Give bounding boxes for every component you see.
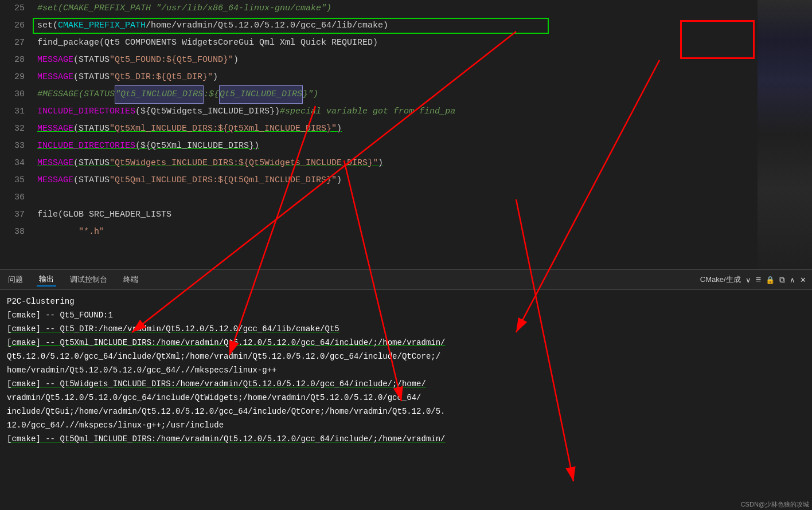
output-line-3: [cmake] -- Qt5_DIR:/home/vradmin/Qt5.12.… — [7, 322, 805, 336]
output-line-9: include/QtGui;/home/vradmin/Qt5.12.0/5.1… — [7, 405, 805, 418]
dropdown-icon[interactable]: ∨ — [745, 276, 751, 284]
code-line-32: MESSAGE(STATUS "Qt5Xml_INCLUDE_DIRS:${Qt… — [37, 120, 758, 138]
minimap[interactable] — [758, 0, 812, 269]
cmake-generate-label: CMake/生成 — [700, 274, 741, 285]
output-line-11: [cmake] -- Qt5Qml_INCLUDE_DIRS:/home/vra… — [7, 432, 805, 446]
copy-icon[interactable]: ⧉ — [779, 275, 785, 285]
code-line-27: find_package(Qt5 COMPONENTS Widgets Core… — [37, 34, 758, 52]
output-line-7: [cmake] -- Qt5Widgets_INCLUDE_DIRS:/home… — [7, 377, 805, 391]
code-line-29: MESSAGE(STATUS "Qt5_DIR:${Qt5_DIR}") — [37, 69, 758, 86]
line-numbers: 25 26 27 28 29 30 31 32 33 34 35 36 37 3… — [0, 0, 32, 269]
output-line-10: 12.0/gcc_64/.//mkspecs/linux-g++;/usr/in… — [7, 418, 805, 432]
close-icon[interactable]: ✕ — [800, 276, 806, 284]
output-line-5: Qt5.12.0/5.12.0/gcc_64/include/QtXml;/ho… — [7, 350, 805, 363]
code-line-30: #MESSAGE(STATUS "Qt5_INCLUDE_DIRS:${Qt5_… — [37, 86, 758, 103]
code-line-38: "*.h" — [37, 223, 758, 241]
terminal-area: 问题 输出 调试控制台 终端 CMake/生成 ∨ ≡ 🔒 ⧉ ∧ ✕ P2C-… — [0, 269, 812, 510]
code-line-36 — [37, 189, 758, 206]
tab-terminal[interactable]: 终端 — [121, 273, 140, 286]
code-line-34: MESSAGE(STATUS "Qt5Widgets_INCLUDE_DIRS:… — [37, 155, 758, 172]
expand-icon[interactable]: ∧ — [790, 276, 795, 284]
output-line-6: home/vradmin/Qt5.12.0/5.12.0/gcc_64/.//m… — [7, 363, 805, 377]
output-line-8: vradmin/Qt5.12.0/5.12.0/gcc_64/include/Q… — [7, 391, 805, 405]
output-line-2: [cmake] -- Qt5_FOUND:1 — [7, 308, 805, 322]
code-line-31: INCLUDE_DIRECTORIES(${Qt5Widgets_INCLUDE… — [37, 103, 758, 120]
code-line-28: MESSAGE(STATUS "Qt5_FOUND:${Qt5_FOUND}") — [37, 52, 758, 69]
menu-icon[interactable]: ≡ — [756, 274, 761, 285]
code-line-37: file(GLOB SRC_HEADER_LISTS — [37, 206, 758, 223]
tab-debug-console[interactable]: 调试控制台 — [68, 273, 110, 286]
output-line-1: P2C-Clustering — [7, 295, 805, 308]
watermark: CSDN@少林色狼的攻城 — [741, 500, 809, 509]
output-line-4: [cmake] -- Qt5Xml_INCLUDE_DIRS:/home/vra… — [7, 336, 805, 350]
lock-icon[interactable]: 🔒 — [766, 276, 775, 284]
code-line-25: #set(CMAKE_PREFIX_PATH "/usr/lib/x86_64-… — [37, 0, 758, 17]
tab-issues[interactable]: 问题 — [6, 273, 25, 286]
code-line-26: set(CMAKE_PREFIX_PATH /home/vradmin/Qt5.… — [37, 17, 758, 34]
terminal-output[interactable]: P2C-Clustering [cmake] -- Qt5_FOUND:1 [c… — [0, 290, 812, 510]
code-line-35: MESSAGE(STATUS "Qt5Qml_INCLUDE_DIRS:${Qt… — [37, 172, 758, 189]
terminal-tabs-bar: 问题 输出 调试控制台 终端 CMake/生成 ∨ ≡ 🔒 ⧉ ∧ ✕ — [0, 270, 812, 290]
code-content[interactable]: #set(CMAKE_PREFIX_PATH "/usr/lib/x86_64-… — [32, 0, 758, 269]
terminal-right-controls: CMake/生成 ∨ ≡ 🔒 ⧉ ∧ ✕ — [700, 274, 806, 285]
tab-output[interactable]: 输出 — [37, 273, 56, 287]
code-line-33: INCLUDE_DIRECTORIES(${Qt5Xml_INCLUDE_DIR… — [37, 138, 758, 155]
editor-area: 25 26 27 28 29 30 31 32 33 34 35 36 37 3… — [0, 0, 812, 269]
